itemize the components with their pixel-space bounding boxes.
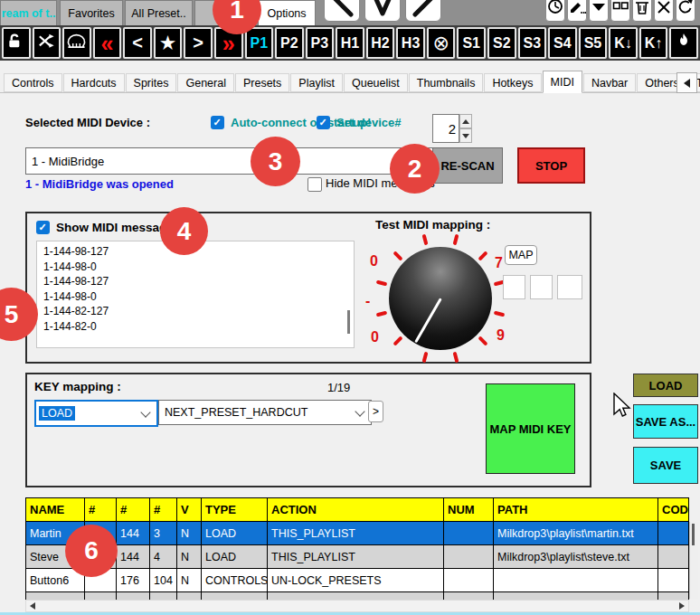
down-chevron-icon: [367, 0, 398, 21]
col-header[interactable]: PATH: [494, 498, 658, 522]
tab-queuelist[interactable]: Queuelist: [344, 73, 408, 92]
tab-favorites[interactable]: Favorites: [60, 0, 123, 25]
tab-label: Options: [267, 7, 306, 20]
tab-midi[interactable]: MIDI: [543, 71, 582, 93]
s2-button[interactable]: S2: [487, 27, 516, 59]
h2-button[interactable]: H2: [366, 27, 395, 59]
next-preset-button[interactable]: >: [184, 27, 213, 59]
prev-preset-button[interactable]: <: [123, 27, 152, 59]
hide-messages-checkbox[interactable]: [307, 177, 322, 192]
cell: CONTROLS: [202, 569, 268, 592]
table-vertical-scrollbar[interactable]: [689, 522, 698, 599]
h1-button[interactable]: H1: [336, 27, 364, 59]
tab-controls[interactable]: Controls: [4, 73, 62, 92]
unlock-button[interactable]: [2, 27, 31, 59]
rescan-button[interactable]: RE-SCAN: [432, 147, 503, 184]
map-button[interactable]: MAP: [505, 245, 537, 265]
device-number-field[interactable]: 2: [432, 114, 459, 143]
p2-button[interactable]: P2: [275, 27, 304, 59]
tab-scroll-left-button[interactable]: [676, 72, 697, 93]
col-header[interactable]: COD: [658, 498, 689, 522]
spinner-up-button[interactable]: [459, 114, 472, 128]
col-header[interactable]: NAME: [26, 498, 85, 522]
tab-options[interactable]: Options: [258, 0, 316, 25]
col-header[interactable]: NUM: [444, 498, 494, 522]
s1-button[interactable]: S1: [457, 27, 486, 59]
edit-button[interactable]: [567, 0, 587, 22]
key-up-button[interactable]: K↑: [639, 27, 668, 59]
table-row-button6[interactable]: Button6 176 104 N CONTROLS UN-LOCK_PRESE…: [26, 569, 689, 592]
scroll-left-icon[interactable]: [30, 602, 35, 610]
table-row-button7[interactable]: Button7 3 176 105 N CONTROLS RANDOM_ORDE…: [26, 592, 689, 601]
spinner-down-button[interactable]: [459, 128, 472, 143]
tab-presets[interactable]: Presets: [235, 73, 289, 92]
auto-connect-checkbox[interactable]: [211, 116, 224, 129]
tab-sprites[interactable]: Sprites: [126, 73, 177, 92]
map-midi-key-button[interactable]: MAP MIDI KEY: [486, 383, 575, 474]
cut-button[interactable]: [654, 0, 674, 22]
col-header[interactable]: #: [150, 498, 177, 522]
back-arrow-button[interactable]: [324, 0, 360, 22]
save-button[interactable]: SAVE: [633, 447, 698, 484]
tab-hotkeys[interactable]: Hotkeys: [484, 73, 541, 92]
tiles-button[interactable]: [610, 0, 630, 22]
midi-value-box-1[interactable]: [503, 275, 525, 299]
col-header[interactable]: V: [177, 498, 202, 522]
trash-icon: [633, 0, 651, 21]
set-device-checkbox[interactable]: [317, 116, 330, 129]
delete-button[interactable]: [632, 0, 652, 22]
table-row-martin[interactable]: Martin 3 144 3 N LOAD THIS_PLAYLIST Milk…: [26, 522, 689, 545]
show-messages-checkbox[interactable]: [36, 221, 50, 234]
load-button[interactable]: LOAD: [633, 374, 698, 397]
action-combo[interactable]: NEXT_PRESET_HARDCUT: [158, 400, 372, 425]
s4-button[interactable]: S4: [548, 27, 577, 59]
tab-thumbnails[interactable]: Thumbnails: [409, 73, 484, 92]
first-preset-button[interactable]: «: [93, 27, 122, 59]
down-arrow-button[interactable]: [364, 0, 401, 22]
test-midi-label: Test MIDI mapping :: [375, 218, 490, 232]
p1-button[interactable]: P1: [245, 27, 274, 59]
key-down-label: K↓: [614, 35, 632, 52]
dropdown-button[interactable]: [589, 0, 609, 22]
save-as-button[interactable]: SAVE AS...: [633, 404, 698, 439]
midi-message-list[interactable]: 1-144-98-127 1-144-98-0 1-144-98-127 1-1…: [36, 241, 355, 348]
next-mapping-button[interactable]: >: [368, 401, 383, 422]
mouse-cursor: [611, 393, 631, 423]
flame-button[interactable]: [669, 27, 698, 59]
col-header[interactable]: #: [117, 498, 150, 522]
tab-general[interactable]: General: [177, 73, 233, 92]
col-header[interactable]: ACTION: [268, 498, 444, 522]
col-header[interactable]: TYPE: [202, 498, 268, 522]
tab-playlist[interactable]: Playlist: [290, 73, 343, 92]
stop-button[interactable]: STOP: [517, 147, 585, 184]
midi-device-combo[interactable]: 1 - MidiBridge: [25, 147, 450, 175]
favorite-button[interactable]: ★: [154, 27, 183, 59]
clock-button[interactable]: [545, 0, 565, 22]
tab-cream-of-t[interactable]: ream of t..: [0, 0, 57, 25]
cell: N: [177, 545, 202, 569]
table-row-steve[interactable]: Steve 144 4 N LOAD THIS_PLAYLIST Milkdro…: [26, 545, 689, 569]
tab-hardcuts[interactable]: Hardcuts: [63, 73, 125, 92]
h3-button[interactable]: H3: [396, 27, 425, 59]
key-down-button[interactable]: K↓: [609, 27, 638, 59]
scrollbar-thumb[interactable]: [692, 524, 695, 545]
midi-value-box-3[interactable]: [557, 275, 582, 299]
midi-value-box-2[interactable]: [530, 275, 553, 299]
s5-button[interactable]: S5: [579, 27, 608, 59]
col-header[interactable]: #: [85, 498, 117, 522]
cancel-button[interactable]: ⊗: [427, 27, 456, 59]
scroll-right-icon[interactable]: [679, 602, 685, 610]
forward-arrow-button[interactable]: [405, 0, 441, 22]
table-horizontal-scrollbar[interactable]: [25, 600, 689, 612]
jelly-button[interactable]: [62, 27, 91, 59]
cell: [444, 522, 494, 545]
list-scrollbar-thumb[interactable]: [347, 310, 350, 334]
tab-all-presets[interactable]: All Preset..: [125, 0, 193, 25]
selected-device-label: Selected MIDI Device :: [25, 116, 150, 129]
refresh-button[interactable]: [676, 0, 695, 22]
shuffle-button[interactable]: [33, 27, 61, 59]
p3-button[interactable]: P3: [306, 27, 335, 59]
tab-navbar[interactable]: Navbar: [583, 73, 636, 92]
key-combo[interactable]: LOAD: [34, 400, 158, 427]
s3-button[interactable]: S3: [518, 27, 547, 59]
